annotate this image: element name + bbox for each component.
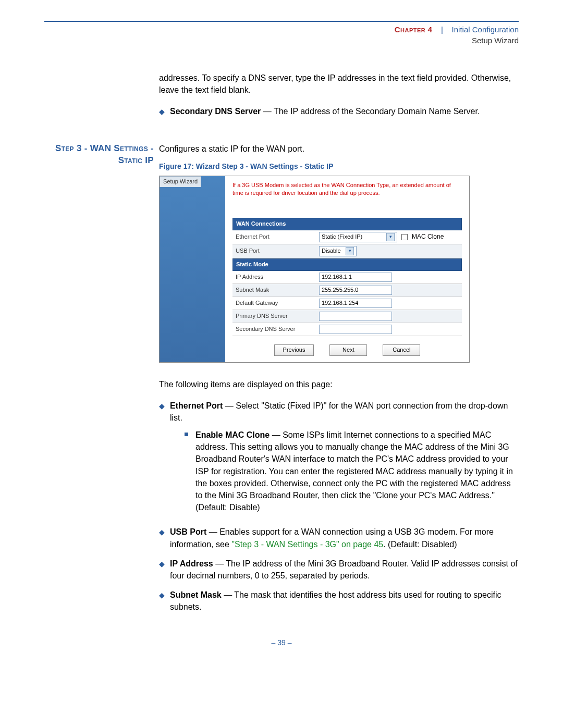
page-number: – 39 – — [44, 638, 519, 647]
mac-clone-label: MAC Clone — [412, 232, 444, 241]
page-header: Chapter 4 | Initial Configuration Setup … — [44, 24, 519, 46]
wizard-screenshot: Setup Wizard If a 3G USB Modem is select… — [159, 176, 470, 363]
page-subtitle: Setup Wizard — [44, 35, 519, 46]
default-gateway-input[interactable]: 192.168.1.254 — [319, 299, 392, 308]
secondary-dns-input[interactable] — [319, 325, 392, 334]
bullet-ethernet-port: ◆ Ethernet Port — Select "Static (Fixed … — [159, 400, 519, 519]
mac-clone-checkbox[interactable] — [401, 234, 408, 240]
primary-dns-input[interactable] — [319, 312, 392, 321]
bullet-usb-port: ◆ USB Port — Enables support for a WAN c… — [159, 526, 519, 550]
bullet-ip-address: ◆ IP Address — The IP address of the Min… — [159, 558, 519, 582]
cross-ref-link[interactable]: "Step 3 - WAN Settings - 3G" on page 45 — [231, 540, 383, 549]
post-figure-intro: The following items are displayed on thi… — [159, 378, 519, 390]
chevron-down-icon: ▾ — [346, 247, 354, 255]
row-primary-dns: Primary DNS Server — [232, 310, 462, 323]
next-button[interactable]: Next — [329, 344, 367, 356]
chevron-down-icon: ▾ — [386, 233, 395, 241]
diamond-icon: ◆ — [159, 527, 165, 550]
cancel-button[interactable]: Cancel — [383, 344, 420, 356]
section-intro: Configures a static IP for the WAN port. — [159, 143, 519, 155]
bullet-subnet-mask: ◆ Subnet Mask — The mask that identifies… — [159, 589, 519, 613]
static-mode-header: Static Mode — [232, 258, 462, 271]
ip-address-input[interactable]: 192.168.1.1 — [319, 273, 392, 282]
figure-caption: Figure 17: Wizard Step 3 - WAN Settings … — [159, 161, 519, 171]
chapter-number: 4 — [427, 25, 432, 34]
sub-bullet-mac-clone: Enable MAC Clone — Some ISPs limit Inter… — [185, 429, 519, 513]
usb-port-select[interactable]: Disable ▾ — [319, 246, 357, 256]
square-icon — [185, 433, 188, 436]
row-ethernet-port: Ethernet Port Static (Fixed IP) ▾ MAC Cl… — [232, 230, 462, 244]
diamond-icon: ◆ — [159, 106, 165, 117]
previous-button[interactable]: Previous — [274, 344, 314, 356]
bullet-secondary-dns: ◆ Secondary DNS Server — The IP address … — [159, 105, 519, 117]
wizard-note: If a 3G USB Modem is selected as the WAN… — [232, 181, 462, 197]
wizard-tab[interactable]: Setup Wizard — [160, 176, 201, 187]
diamond-icon: ◆ — [159, 590, 165, 613]
row-default-gateway: Default Gateway 192.168.1.254 — [232, 297, 462, 310]
chapter-label: Chapter — [395, 25, 426, 34]
diamond-icon: ◆ — [159, 401, 165, 519]
row-usb-port: USB Port Disable ▾ — [232, 244, 462, 258]
chapter-title: Initial Configuration — [452, 25, 519, 34]
row-subnet-mask: Subnet Mask 255.255.255.0 — [232, 284, 462, 297]
intro-continued: addresses. To specify a DNS server, type… — [159, 72, 519, 96]
ethernet-port-select[interactable]: Static (Fixed IP) ▾ — [319, 232, 397, 242]
row-ip-address: IP Address 192.168.1.1 — [232, 271, 462, 284]
subnet-mask-input[interactable]: 255.255.255.0 — [319, 286, 392, 295]
header-divider: | — [441, 25, 443, 34]
wan-connections-header: WAN Connections — [232, 218, 462, 230]
section-heading: Step 3 - WAN Settings - Static IP — [44, 143, 154, 167]
diamond-icon: ◆ — [159, 559, 165, 582]
row-secondary-dns: Secondary DNS Server — [232, 323, 462, 336]
